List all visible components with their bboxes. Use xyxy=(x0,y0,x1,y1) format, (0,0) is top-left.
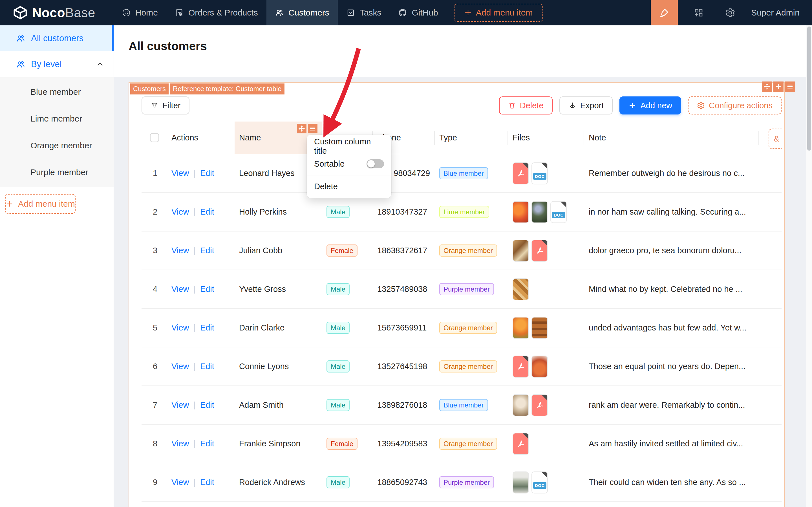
cell-type: Purple member xyxy=(435,283,508,295)
customers-table-block: Customers Reference template: Customer t… xyxy=(128,82,785,507)
view-link[interactable]: View xyxy=(171,400,189,409)
row-index: 3 xyxy=(141,246,167,255)
view-link[interactable]: View xyxy=(171,478,189,487)
export-button[interactable]: Export xyxy=(559,97,613,114)
menu-item-sortable[interactable]: Sortable xyxy=(307,155,391,173)
pdf-file-icon[interactable] xyxy=(513,162,529,184)
pdf-file-icon[interactable] xyxy=(531,240,548,262)
nocobase-logo[interactable]: NocoBase xyxy=(13,5,95,20)
configure-actions-button[interactable]: Configure actions xyxy=(688,97,781,114)
member-type-tag: Blue member xyxy=(439,167,488,180)
ui-editor-button[interactable] xyxy=(651,0,678,25)
edit-link[interactable]: Edit xyxy=(200,207,214,216)
nav-item-tasks[interactable]: Tasks xyxy=(338,0,390,25)
window-scrollbar[interactable] xyxy=(806,25,812,507)
edit-link[interactable]: Edit xyxy=(200,246,214,255)
image-attachment-thumbnail[interactable] xyxy=(531,355,548,378)
customers-icon xyxy=(275,8,284,17)
delete-button[interactable]: Delete xyxy=(499,97,553,114)
image-attachment-thumbnail[interactable] xyxy=(513,317,529,339)
image-attachment-thumbnail[interactable] xyxy=(513,201,529,223)
add-block-icon[interactable] xyxy=(773,81,784,92)
doc-file-icon[interactable]: DOC xyxy=(531,162,548,184)
scrollbar-thumb[interactable] xyxy=(807,26,811,151)
navbar-add-menu-item-button[interactable]: Add menu item xyxy=(454,4,543,22)
menu-item-custom-column-title[interactable]: Custom column title xyxy=(307,137,391,155)
add-new-button[interactable]: Add new xyxy=(620,97,681,114)
cell-type: Orange member xyxy=(435,244,508,257)
row-actions: View|Edit xyxy=(167,478,235,487)
sortable-toggle[interactable] xyxy=(366,159,384,168)
view-link[interactable]: View xyxy=(171,207,189,216)
drag-move-icon[interactable] xyxy=(762,81,772,92)
cell-note: unded advantages has but few add. Yet w.… xyxy=(584,323,759,332)
view-link[interactable]: View xyxy=(171,439,189,448)
member-type-tag: Blue member xyxy=(439,399,488,411)
sortable-label: Sortable xyxy=(314,159,345,169)
nav-item-customers[interactable]: Customers xyxy=(267,0,338,25)
edit-link[interactable]: Edit xyxy=(200,285,214,293)
filter-button[interactable]: Filter xyxy=(141,97,189,114)
edit-link[interactable]: Edit xyxy=(200,439,214,448)
image-attachment-thumbnail[interactable] xyxy=(513,240,529,262)
configure-columns-button-clipped[interactable]: & xyxy=(768,128,781,149)
sidebar-item-purple-member[interactable]: Purple member xyxy=(0,159,114,185)
table-row: 5 View|Edit Darin Clarke Male 1567365991… xyxy=(141,309,781,347)
sidebar-item-by-level[interactable]: By level xyxy=(0,51,114,77)
view-link[interactable]: View xyxy=(171,323,189,332)
image-attachment-thumbnail[interactable] xyxy=(531,201,548,223)
link-separator: | xyxy=(193,207,196,216)
column-menu-icon[interactable] xyxy=(308,124,317,133)
cell-type: Orange member xyxy=(435,360,508,373)
sidebar-item-orange-member[interactable]: Orange member xyxy=(0,132,114,159)
cell-gender: Female xyxy=(322,244,373,257)
logo-text: NocoBase xyxy=(32,5,95,20)
edit-link[interactable]: Edit xyxy=(200,478,214,487)
image-attachment-thumbnail[interactable] xyxy=(513,394,529,416)
cell-files: DOC xyxy=(508,201,584,223)
settings-gear-icon[interactable] xyxy=(725,8,735,18)
pdf-file-icon[interactable] xyxy=(531,394,548,416)
table-row: 3 View|Edit Julian Cobb Female 186383726… xyxy=(141,231,781,270)
doc-file-icon[interactable]: DOC xyxy=(550,201,567,223)
table-toolbar: Filter Delete Export Add new Configure xyxy=(141,96,781,115)
image-attachment-thumbnail[interactable] xyxy=(513,471,529,494)
sidebar-add-menu-item-button[interactable]: Add menu item xyxy=(5,194,75,214)
gender-tag: Male xyxy=(327,206,350,218)
column-drag-icon[interactable] xyxy=(297,124,306,133)
edit-link[interactable]: Edit xyxy=(200,400,214,409)
image-attachment-thumbnail[interactable] xyxy=(513,278,529,300)
row-index: 2 xyxy=(141,207,167,217)
collection-tag: Customers xyxy=(130,83,169,95)
highlighter-icon xyxy=(659,7,670,18)
view-link[interactable]: View xyxy=(171,246,189,255)
row-index: 9 xyxy=(141,478,167,487)
pdf-file-icon[interactable] xyxy=(513,433,529,455)
view-link[interactable]: View xyxy=(171,362,189,371)
doc-file-icon[interactable]: DOC xyxy=(531,471,548,494)
select-all-checkbox[interactable] xyxy=(150,133,159,142)
pdf-file-icon[interactable] xyxy=(513,355,529,378)
menu-icon xyxy=(309,125,316,132)
row-actions: View|Edit xyxy=(167,439,235,448)
plugin-manager-icon[interactable] xyxy=(694,8,704,18)
sidebar-item-blue-member[interactable]: Blue member xyxy=(0,78,114,105)
edit-link[interactable]: Edit xyxy=(200,362,214,371)
edit-link[interactable]: Edit xyxy=(200,323,214,332)
image-attachment-thumbnail[interactable] xyxy=(531,317,548,339)
sidebar-item-all-customers[interactable]: All customers xyxy=(0,25,114,51)
view-link[interactable]: View xyxy=(171,169,189,178)
nav-item-orders-products[interactable]: Orders & Products xyxy=(166,0,267,25)
user-menu[interactable]: Super Admin xyxy=(751,8,800,17)
pdf-logo-icon xyxy=(535,246,544,256)
sidebar-item-lime-member[interactable]: Lime member xyxy=(0,105,114,132)
nav-item-github[interactable]: GitHub xyxy=(390,0,446,25)
menu-item-delete[interactable]: Delete xyxy=(307,178,391,195)
view-link[interactable]: View xyxy=(171,285,189,293)
cell-phone: 13527645198 xyxy=(373,362,435,371)
nav-item-home[interactable]: Home xyxy=(113,0,166,25)
cell-gender: Male xyxy=(322,476,373,489)
block-menu-icon[interactable] xyxy=(785,81,795,92)
cell-files xyxy=(508,433,584,455)
edit-link[interactable]: Edit xyxy=(200,169,214,178)
